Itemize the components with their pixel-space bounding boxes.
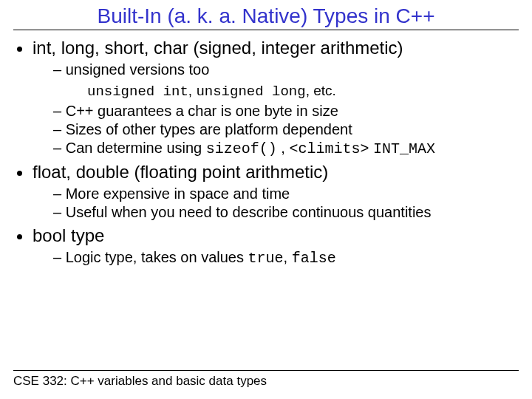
bullet-list: int, long, short, char (signed, integer …: [13, 38, 519, 267]
bullet-float-types: float, double (floating point arithmetic…: [33, 162, 519, 221]
sub-logic: Logic type, takes on values true, false: [53, 249, 519, 267]
sublist: unsigned versions too: [33, 61, 519, 78]
bullet-text: bool type: [33, 225, 104, 245]
sublist: Logic type, takes on values true, false: [33, 249, 519, 267]
text-mid: ,: [284, 249, 292, 265]
slide-title: Built-In (a. k. a. Native) Types in C++: [13, 4, 519, 28]
sub-unsigned: unsigned versions too: [53, 61, 519, 78]
text-pre: Logic type, takes on values: [66, 249, 248, 265]
bullet-int-types: int, long, short, char (signed, integer …: [33, 38, 519, 157]
text-etc: , etc.: [306, 83, 336, 98]
footer: CSE 332: C++ variables and basic data ty…: [13, 370, 519, 389]
bullet-bool-type: bool type Logic type, takes on values tr…: [33, 225, 519, 267]
text-mid: ,: [277, 140, 290, 156]
sub-continuous: Useful when you need to describe continu…: [53, 204, 519, 221]
sub-expensive: More expensive in space and time: [53, 185, 519, 202]
footer-divider: [13, 370, 519, 371]
sublist: More expensive in space and time Useful …: [33, 185, 519, 221]
code-true: true: [248, 250, 284, 267]
sublist: C++ guarantees a char is one byte in siz…: [33, 103, 519, 157]
title-divider: [13, 30, 519, 30]
code-intmax: INT_MAX: [373, 140, 435, 157]
code-unsigned-int: unsigned int: [87, 83, 188, 100]
code-unsigned-long: unsigned long: [196, 83, 305, 100]
text-pre: Can determine using: [66, 140, 206, 156]
sub-sizeof: Can determine using sizeof() , <climits>…: [53, 140, 519, 157]
code-sizeof: sizeof(): [206, 140, 277, 157]
code-false: false: [292, 250, 336, 267]
code-line-unsigned: unsigned int, unsigned long, etc.: [87, 83, 519, 100]
footer-text: CSE 332: C++ variables and basic data ty…: [13, 374, 519, 389]
sub-char-byte: C++ guarantees a char is one byte in siz…: [53, 103, 519, 120]
bullet-text: float, double (floating point arithmetic…: [33, 162, 328, 182]
text-sep: ,: [188, 83, 197, 98]
code-climits: <climits>: [289, 140, 369, 157]
slide: Built-In (a. k. a. Native) Types in C++ …: [0, 0, 532, 267]
bullet-text: int, long, short, char (signed, integer …: [33, 38, 403, 58]
sub-platform: Sizes of other types are platform depend…: [53, 121, 519, 138]
